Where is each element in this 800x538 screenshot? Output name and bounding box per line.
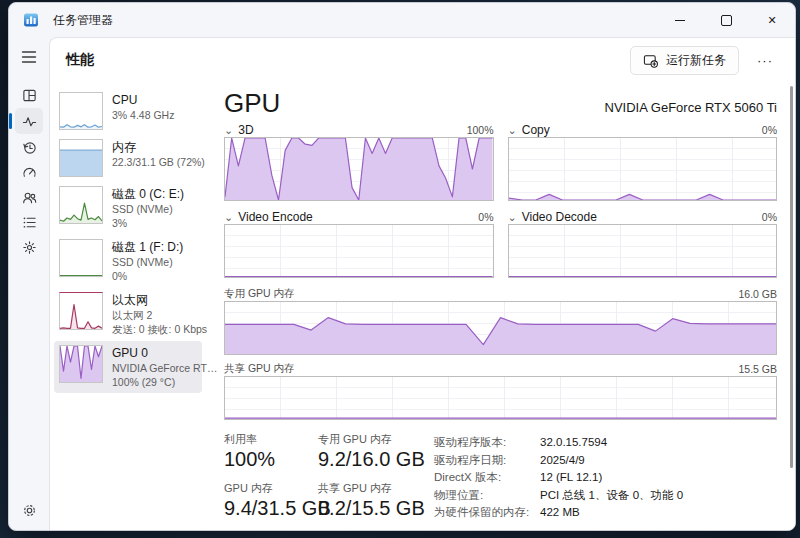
run-new-task-button[interactable]: 运行新任务 bbox=[630, 46, 739, 75]
disk1-usage: 0% bbox=[112, 269, 183, 283]
services-icon bbox=[22, 240, 37, 255]
gpu-memory-label: GPU 内存 bbox=[224, 482, 318, 495]
memory-stats: 22.3/31.1 GB (72%) bbox=[112, 155, 197, 169]
gpu0-title: GPU 0 bbox=[112, 345, 197, 361]
pane-header: 性能 运行新任务 ··· bbox=[50, 38, 795, 82]
page-title: 性能 bbox=[66, 51, 630, 69]
directx-version-value: 12 (FL 12.1) bbox=[540, 471, 602, 483]
chart-copy bbox=[508, 137, 778, 201]
shared-memory-chart-max: 15.5 GB bbox=[738, 363, 777, 375]
gpu-stats: 利用率 100% GPU 内存 9.4/31.5 GB 专用 GPU 内存 9.… bbox=[224, 433, 777, 531]
disk1-title: 磁盘 1 (F: D:) bbox=[112, 239, 183, 255]
ethernet-throughput: 发送: 0 接收: 0 Kbps bbox=[112, 322, 197, 336]
memory-title: 内存 bbox=[112, 139, 197, 155]
driver-version-label: 驱动程序版本: bbox=[434, 434, 540, 452]
window-controls: ✕ bbox=[657, 3, 795, 37]
gear-icon bbox=[22, 503, 37, 518]
sidebar-item-startup-apps[interactable] bbox=[15, 160, 43, 184]
maximize-icon bbox=[721, 15, 732, 26]
sidebar-item-processes[interactable] bbox=[15, 83, 43, 107]
utilization-value: 100% bbox=[224, 447, 318, 471]
chart-shared-gpu-memory bbox=[224, 376, 777, 420]
list-item-disk1[interactable]: 磁盘 1 (F: D:) SSD (NVMe) 0% bbox=[54, 235, 202, 287]
run-new-task-label: 运行新任务 bbox=[666, 52, 726, 69]
performance-icon bbox=[22, 114, 37, 129]
window-title: 任务管理器 bbox=[53, 12, 657, 29]
more-options-button[interactable]: ··· bbox=[749, 49, 781, 72]
driver-date-label: 驱动程序日期: bbox=[434, 452, 540, 470]
reserved-memory-value: 422 MB bbox=[540, 506, 580, 518]
physical-location-label: 物理位置: bbox=[434, 487, 540, 505]
list-item-disk0[interactable]: 磁盘 0 (C: E:) SSD (NVMe) 3% bbox=[54, 182, 202, 234]
processes-icon bbox=[22, 88, 37, 103]
run-new-task-icon bbox=[643, 53, 658, 68]
hamburger-icon bbox=[21, 50, 37, 64]
chart-decode-label: Video Decode bbox=[522, 210, 597, 224]
dedicated-memory-chart-max: 16.0 GB bbox=[738, 288, 777, 300]
list-item-ethernet[interactable]: 以太网 以太网 2 发送: 0 接收: 0 Kbps bbox=[54, 288, 202, 340]
list-item-memory[interactable]: 内存 22.3/31.1 GB (72%) bbox=[54, 135, 202, 181]
settings-button[interactable] bbox=[15, 498, 43, 522]
sidebar-item-app-history[interactable] bbox=[15, 135, 43, 159]
chart-3d-label: 3D bbox=[238, 123, 253, 137]
details-icon bbox=[22, 215, 37, 230]
ethernet-mini-chart bbox=[59, 292, 103, 330]
shared-memory-chart-label: 共享 GPU 内存 bbox=[224, 362, 295, 376]
navigation-rail bbox=[9, 37, 49, 531]
chevron-down-icon[interactable]: ⌄ bbox=[224, 211, 233, 223]
gpu-page-title: GPU bbox=[224, 88, 280, 118]
cpu-stats: 3% 4.48 GHz bbox=[112, 108, 174, 122]
minimize-button[interactable] bbox=[657, 3, 703, 37]
sidebar-item-users[interactable] bbox=[15, 185, 43, 209]
close-icon: ✕ bbox=[767, 15, 776, 26]
task-manager-app-icon bbox=[23, 12, 39, 28]
memory-mini-chart bbox=[59, 139, 103, 177]
chevron-down-icon[interactable]: ⌄ bbox=[224, 124, 233, 136]
driver-date-value: 2025/4/9 bbox=[540, 454, 585, 466]
chevron-down-icon[interactable]: ⌄ bbox=[508, 124, 517, 136]
users-icon bbox=[22, 190, 37, 205]
chart-dedicated-gpu-memory bbox=[224, 301, 777, 355]
chart-encode-label: Video Encode bbox=[238, 210, 313, 224]
chart-copy-value: 0% bbox=[762, 124, 777, 136]
ethernet-adapter: 以太网 2 bbox=[112, 308, 197, 322]
gpu0-name: NVIDIA GeForce RT… bbox=[112, 361, 197, 375]
chart-decode-value: 0% bbox=[762, 211, 777, 223]
driver-version-value: 32.0.15.7594 bbox=[540, 436, 607, 448]
performance-pane: 性能 运行新任务 ··· CPU 3% 4.48 GHz bbox=[49, 37, 795, 531]
vertical-scrollbar[interactable] bbox=[790, 86, 793, 468]
gpu-device-name: NVIDIA GeForce RTX 5060 Ti bbox=[605, 100, 777, 118]
sidebar-item-performance[interactable] bbox=[15, 108, 43, 134]
gpu0-stats: 100% (29 °C) bbox=[112, 375, 197, 389]
dedicated-memory-chart-label: 专用 GPU 内存 bbox=[224, 287, 295, 301]
dedicated-memory-value: 9.2/16.0 GB bbox=[318, 447, 434, 471]
shared-memory-label: 共享 GPU 内存 bbox=[318, 482, 434, 495]
disk0-mini-chart bbox=[59, 186, 103, 224]
sidebar-item-services[interactable] bbox=[15, 235, 43, 259]
close-button[interactable]: ✕ bbox=[749, 3, 795, 37]
disk0-usage: 3% bbox=[112, 216, 184, 230]
gpu0-mini-chart bbox=[59, 345, 103, 383]
list-item-gpu0[interactable]: GPU 0 NVIDIA GeForce RT… 100% (29 °C) bbox=[54, 341, 202, 393]
chart-video-decode bbox=[508, 224, 778, 278]
chart-3d-value: 100% bbox=[467, 124, 494, 136]
task-manager-window: 任务管理器 ✕ bbox=[8, 2, 796, 531]
driver-details: 驱动程序版本:32.0.15.7594 驱动程序日期:2025/4/9 Dire… bbox=[434, 433, 777, 531]
disk1-mini-chart bbox=[59, 239, 103, 277]
disk0-title: 磁盘 0 (C: E:) bbox=[112, 186, 184, 202]
startup-apps-icon bbox=[22, 165, 37, 180]
list-item-cpu[interactable]: CPU 3% 4.48 GHz bbox=[54, 88, 202, 134]
chevron-down-icon[interactable]: ⌄ bbox=[508, 211, 517, 223]
gpu-detail-pane: GPU NVIDIA GeForce RTX 5060 Ti ⌄3D 100% bbox=[204, 82, 795, 531]
menu-toggle-button[interactable] bbox=[15, 45, 43, 69]
cpu-title: CPU bbox=[112, 92, 174, 108]
ethernet-title: 以太网 bbox=[112, 292, 197, 308]
gpu-memory-value: 9.4/31.5 GB bbox=[224, 496, 318, 520]
maximize-button[interactable] bbox=[703, 3, 749, 37]
minimize-icon bbox=[675, 20, 685, 21]
chart-encode-value: 0% bbox=[478, 211, 493, 223]
shared-memory-value: 0.2/15.5 GB bbox=[318, 496, 434, 520]
sidebar-item-details[interactable] bbox=[15, 210, 43, 234]
disk1-type: SSD (NVMe) bbox=[112, 255, 183, 269]
title-bar: 任务管理器 ✕ bbox=[9, 3, 795, 37]
